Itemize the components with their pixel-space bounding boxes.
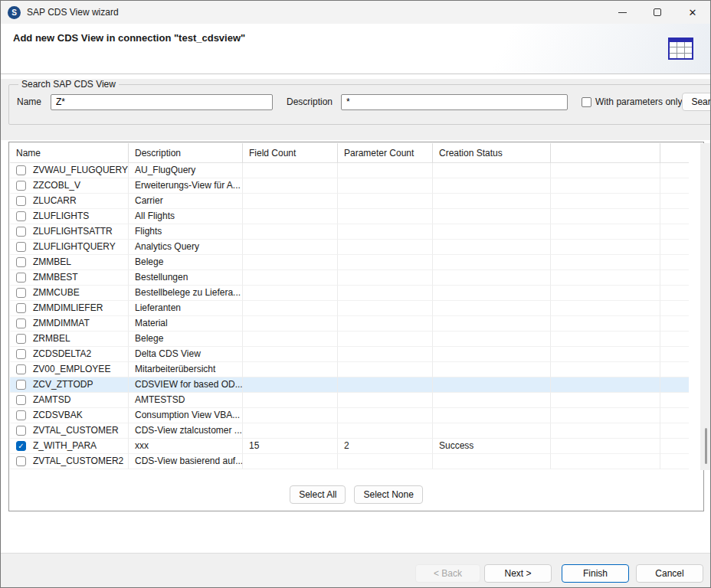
row-checkbox[interactable] bbox=[16, 364, 26, 374]
table-row[interactable]: ZVWAU_FLUGQUERYAU_FlugQuery bbox=[10, 163, 700, 178]
results-container: Name Description Field Count Parameter C… bbox=[8, 142, 704, 511]
search-section: Search SAP CDS View Name Description Wit… bbox=[1, 79, 710, 140]
table-body: ZVWAU_FLUGQUERYAU_FlugQueryZZCOBL_VErwei… bbox=[10, 163, 700, 469]
table-row[interactable]: ZLUFLIGHTSATTRFlights bbox=[10, 224, 700, 240]
row-checkbox[interactable] bbox=[16, 380, 26, 390]
column-header-field-count[interactable]: Field Count bbox=[243, 143, 338, 163]
minimize-button[interactable] bbox=[605, 1, 640, 24]
close-button[interactable]: ✕ bbox=[675, 1, 710, 24]
row-field-count-cell bbox=[243, 163, 338, 178]
row-parameter-count-cell: 2 bbox=[338, 439, 433, 454]
row-name-cell: ZCDSVBAK bbox=[10, 408, 129, 423]
row-empty-cell bbox=[551, 240, 660, 255]
table-row[interactable]: ZLUFLIGHTQUERYAnalytics Query bbox=[10, 240, 700, 255]
row-description-cell: Delta CDS View bbox=[129, 347, 243, 362]
row-empty-cell bbox=[551, 347, 660, 362]
column-header-creation-status[interactable]: Creation Status bbox=[433, 143, 551, 163]
table-row[interactable]: ZVTAL_CUSTOMERCDS-View ztalcustomer ... bbox=[10, 423, 700, 439]
row-field-count-cell bbox=[243, 454, 338, 469]
back-button[interactable]: < Back bbox=[415, 564, 480, 583]
row-creation-status-cell bbox=[433, 255, 551, 270]
row-empty-cell bbox=[551, 454, 660, 469]
row-creation-status-cell bbox=[433, 332, 551, 347]
row-checkbox[interactable] bbox=[16, 395, 26, 405]
scrollbar-thumb[interactable] bbox=[705, 428, 707, 464]
row-empty-cell bbox=[551, 286, 660, 301]
cancel-button[interactable]: Cancel bbox=[636, 564, 703, 583]
window-title: SAP CDS View wizard bbox=[27, 7, 119, 18]
row-checkbox[interactable] bbox=[16, 181, 26, 191]
column-header-parameter-count[interactable]: Parameter Count bbox=[338, 143, 433, 163]
row-checkbox[interactable]: ✓ bbox=[16, 441, 26, 451]
row-empty-cell bbox=[660, 454, 689, 469]
row-checkbox[interactable] bbox=[16, 456, 26, 466]
row-creation-status-cell bbox=[433, 362, 551, 377]
table-row[interactable]: ZMMDIMMATMaterial bbox=[10, 316, 700, 332]
column-header-name[interactable]: Name bbox=[10, 143, 129, 163]
table-row[interactable]: ZCDSVBAKConsumption View VBA... bbox=[10, 408, 700, 423]
table-row[interactable]: ZZCOBL_VErweiterungs-View für A... bbox=[10, 178, 700, 194]
row-checkbox[interactable] bbox=[16, 410, 26, 420]
row-name-label: ZMMDIMLIEFER bbox=[33, 301, 103, 315]
row-description-cell: Analytics Query bbox=[129, 240, 243, 255]
row-description-cell: All Flights bbox=[129, 209, 243, 224]
table-row[interactable]: ZMMDIMLIEFERLieferanten bbox=[10, 301, 700, 316]
table-row[interactable]: ZMMBELBelege bbox=[10, 255, 700, 270]
table-row[interactable]: ZVTAL_CUSTOMER2CDS-View basierend auf... bbox=[10, 454, 700, 469]
row-checkbox[interactable] bbox=[16, 318, 26, 328]
table-row[interactable]: ZV00_EMPLOYEEMitarbeiterübersicht bbox=[10, 362, 700, 377]
table-row[interactable]: ✓Z_WITH_PARAxxx152Success bbox=[10, 439, 700, 454]
column-header-description[interactable]: Description bbox=[129, 143, 243, 163]
row-creation-status-cell bbox=[433, 240, 551, 255]
row-empty-cell bbox=[551, 423, 660, 439]
finish-button[interactable]: Finish bbox=[562, 564, 629, 583]
row-field-count-cell bbox=[243, 240, 338, 255]
row-empty-cell bbox=[551, 393, 660, 408]
row-description-cell: CDS-View basierend auf... bbox=[129, 454, 243, 469]
search-button[interactable]: Search bbox=[682, 93, 711, 111]
description-input[interactable] bbox=[341, 94, 568, 110]
table-row[interactable]: ZAMTSDAMTESTSD bbox=[10, 393, 700, 408]
next-button[interactable]: Next > bbox=[484, 564, 552, 583]
table-row[interactable]: ZRMBELBelege bbox=[10, 332, 700, 347]
row-checkbox[interactable] bbox=[16, 273, 26, 283]
row-name-label: ZVTAL_CUSTOMER2 bbox=[33, 454, 123, 469]
row-parameter-count-cell bbox=[338, 423, 433, 439]
row-name-cell: ZAMTSD bbox=[10, 393, 129, 408]
table-row[interactable]: ZLUCARRCarrier bbox=[10, 194, 700, 209]
table-row[interactable]: ZMMBESTBestellungen bbox=[10, 270, 700, 286]
vertical-scrollbar[interactable] bbox=[700, 143, 711, 470]
row-checkbox[interactable] bbox=[16, 334, 26, 344]
table-row[interactable]: ZMMCUBEBestellbelege zu Liefera... bbox=[10, 286, 700, 301]
select-none-button[interactable]: Select None bbox=[354, 485, 422, 504]
row-empty-cell bbox=[660, 255, 689, 270]
row-checkbox[interactable] bbox=[16, 227, 26, 237]
row-name-cell: ZMMBEL bbox=[10, 255, 129, 270]
table-row[interactable]: ZCV_ZTTODPCDSVIEW for based OD... bbox=[10, 377, 700, 393]
row-description-cell: Belege bbox=[129, 255, 243, 270]
row-checkbox[interactable] bbox=[16, 426, 26, 436]
maximize-button[interactable] bbox=[640, 1, 675, 24]
row-checkbox[interactable] bbox=[16, 196, 26, 206]
row-creation-status-cell bbox=[433, 393, 551, 408]
row-checkbox[interactable] bbox=[16, 165, 26, 175]
row-checkbox[interactable] bbox=[16, 242, 26, 252]
table-row[interactable]: ZLUFLIGHTSAll Flights bbox=[10, 209, 700, 224]
select-all-button[interactable]: Select All bbox=[290, 485, 346, 504]
row-checkbox[interactable] bbox=[16, 303, 26, 313]
row-creation-status-cell bbox=[433, 377, 551, 393]
name-input[interactable] bbox=[51, 94, 273, 110]
row-empty-cell bbox=[660, 301, 689, 316]
row-checkbox[interactable] bbox=[16, 349, 26, 359]
with-parameters-checkbox[interactable] bbox=[582, 97, 591, 107]
row-empty-cell bbox=[551, 178, 660, 194]
table-row[interactable]: ZCDSDELTA2Delta CDS View bbox=[10, 347, 700, 362]
row-empty-cell bbox=[660, 393, 689, 408]
row-checkbox[interactable] bbox=[16, 257, 26, 267]
row-checkbox[interactable] bbox=[16, 288, 26, 298]
row-creation-status-cell bbox=[433, 423, 551, 439]
row-name-label: ZMMBEL bbox=[33, 255, 71, 270]
row-checkbox[interactable] bbox=[16, 211, 26, 221]
row-empty-cell bbox=[660, 423, 689, 439]
row-description-cell: CDSVIEW for based OD... bbox=[129, 377, 243, 393]
